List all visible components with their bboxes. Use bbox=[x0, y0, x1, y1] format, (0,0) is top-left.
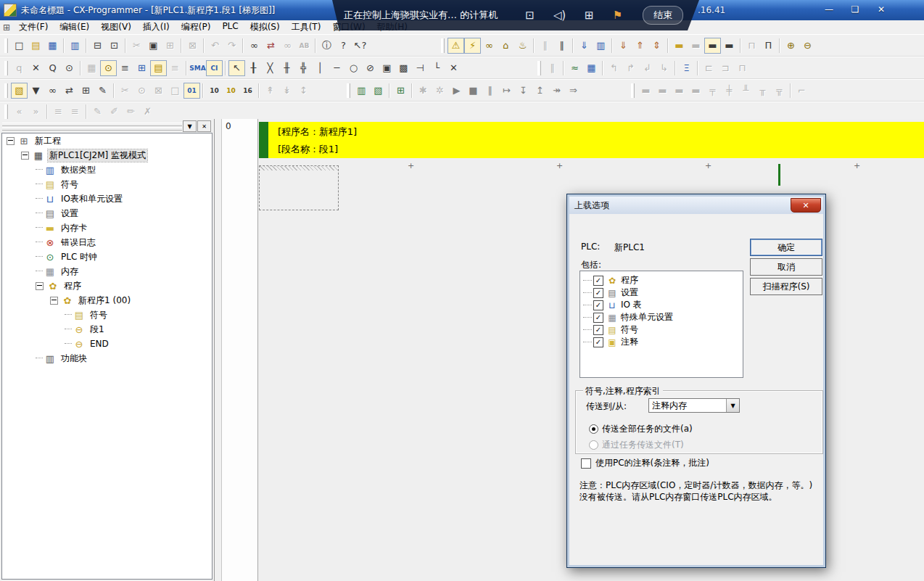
compare-with-plc-button[interactable]: ⇕ bbox=[648, 38, 665, 54]
online-edit-cancel-button[interactable]: ⊞ bbox=[392, 83, 409, 99]
instruction-button[interactable]: ▣ bbox=[379, 60, 395, 76]
ok-button[interactable]: 确定 bbox=[750, 239, 822, 256]
fullscreen-icon[interactable]: ⊡ bbox=[525, 9, 535, 22]
coil-button[interactable]: ○ bbox=[345, 60, 362, 76]
panel-splitter[interactable] bbox=[215, 119, 222, 581]
transfer-from-plc-button[interactable]: ⇑ bbox=[632, 38, 648, 54]
pin-icon[interactable]: ⚑ bbox=[613, 9, 622, 22]
zoom-fit-button[interactable]: ⊙ bbox=[61, 60, 78, 76]
io-comment-view-button[interactable]: □ bbox=[167, 83, 183, 99]
online-edit-send-button[interactable]: ▧ bbox=[370, 83, 387, 99]
fb-node-1-button[interactable]: ▬ bbox=[638, 83, 654, 99]
run-mode-button[interactable]: ▬ bbox=[721, 38, 738, 54]
sim-step-out-button[interactable]: ↥ bbox=[532, 83, 548, 99]
mark-pen-button[interactable]: ✎ bbox=[89, 104, 106, 120]
mark-clear-button[interactable]: ✗ bbox=[139, 104, 156, 120]
paste-button[interactable]: ⊞ bbox=[162, 38, 178, 54]
sim-pause-button[interactable]: ∥ bbox=[482, 83, 498, 99]
redo-button[interactable]: ↷ bbox=[223, 38, 240, 54]
copy-button[interactable]: ▣ bbox=[145, 38, 162, 54]
paste-special-button[interactable]: ⊠ bbox=[184, 38, 201, 54]
compact-rungs-button[interactable]: ≡ bbox=[67, 104, 83, 120]
transfer-view-button[interactable]: ▥ bbox=[593, 38, 609, 54]
tree-item[interactable]: ▤设置 bbox=[2, 206, 212, 221]
horizontal-line-button[interactable]: ─ bbox=[329, 60, 345, 76]
undo-button[interactable]: ↶ bbox=[207, 38, 223, 54]
hex-view-button[interactable]: 16 bbox=[239, 83, 256, 99]
decimal-view-button[interactable]: 10 bbox=[206, 83, 223, 99]
end-session-button[interactable]: 结束 bbox=[643, 6, 683, 25]
toggle-grid-button[interactable]: ▦ bbox=[83, 60, 100, 76]
include-checkbox[interactable]: ✓ bbox=[593, 300, 603, 310]
contact-nc-button[interactable]: ╳ bbox=[262, 60, 279, 76]
release-password-button[interactable]: ⊖ bbox=[799, 38, 816, 54]
set-value-button[interactable]: ↳ bbox=[656, 60, 672, 76]
about-button[interactable]: ⓘ bbox=[318, 38, 335, 54]
tree-item[interactable]: ▥数据类型 bbox=[2, 162, 212, 177]
force-on-button[interactable]: ↰ bbox=[606, 60, 622, 76]
replace-button[interactable]: ⇄ bbox=[263, 38, 279, 54]
vertical-line-button[interactable]: │ bbox=[312, 60, 329, 76]
sim-to-end-button[interactable]: ⇒ bbox=[565, 83, 582, 99]
symbol-comment-button[interactable]: ⊙ bbox=[133, 83, 150, 99]
include-item[interactable]: ✓▣注释 bbox=[580, 336, 743, 348]
align-middle-button[interactable]: ╪ bbox=[721, 83, 738, 99]
open-file-button[interactable]: ▤ bbox=[28, 38, 44, 54]
toggle-output-window-button[interactable]: ▼ bbox=[28, 83, 44, 99]
find-in-project-button[interactable]: ∞ bbox=[279, 38, 296, 54]
tree-item[interactable]: ✿程序 bbox=[2, 279, 212, 293]
include-checkbox[interactable]: ✓ bbox=[593, 313, 603, 323]
work-online-simulator-button[interactable]: ⚡ bbox=[464, 38, 481, 54]
menu-tools[interactable]: 工具(T) bbox=[286, 20, 327, 34]
scan-program-button[interactable]: 扫描程序(S) bbox=[750, 278, 822, 295]
signed-decimal-view-button[interactable]: 10 bbox=[223, 83, 239, 99]
transfer-to-plc-button[interactable]: ⇓ bbox=[615, 38, 632, 54]
help-button[interactable]: ? bbox=[335, 38, 352, 54]
tree-item[interactable]: ▦新PLC1[CJ2M] 监视模式 bbox=[2, 148, 212, 162]
pause-hand-button[interactable]: ✱ bbox=[415, 83, 432, 99]
ci-display-button[interactable]: CI bbox=[206, 60, 223, 76]
force-cancel-button[interactable]: ↲ bbox=[639, 60, 656, 76]
time-chart-button[interactable]: ▦ bbox=[583, 60, 600, 76]
menu-simulation[interactable]: 模拟(S) bbox=[244, 20, 286, 34]
include-item[interactable]: ✓▤设置 bbox=[580, 287, 743, 299]
cut-button[interactable]: ✂ bbox=[128, 38, 145, 54]
monitor-mode-button[interactable]: ▬ bbox=[704, 38, 721, 54]
debug-mode-button[interactable]: ▬ bbox=[688, 38, 704, 54]
cross-reference-button[interactable]: ⇄ bbox=[61, 83, 78, 99]
tree-item[interactable]: ▤符号 bbox=[2, 177, 212, 191]
transfer-by-task-radio[interactable] bbox=[589, 440, 598, 450]
menu-plc[interactable]: PLC bbox=[216, 20, 244, 34]
expander-minus-icon[interactable] bbox=[7, 137, 15, 145]
mdi-child-icon[interactable]: ⊞ bbox=[3, 22, 10, 33]
use-pc-comments-checkbox[interactable] bbox=[581, 458, 591, 469]
dialog-title-bar[interactable]: 上载选项 ✕ bbox=[569, 197, 823, 214]
menu-insert[interactable]: 插入(I) bbox=[137, 20, 176, 34]
zoom-in-button[interactable]: Q bbox=[44, 60, 61, 76]
network-online-button[interactable]: ♨ bbox=[514, 38, 531, 54]
online-edit-rungs-button[interactable]: ▥ bbox=[353, 83, 370, 99]
tree-item[interactable]: ✿新程序1 (00) bbox=[2, 293, 212, 308]
include-checkbox[interactable]: ✓ bbox=[593, 276, 603, 286]
contact-no-button[interactable]: ╂ bbox=[245, 60, 262, 76]
watch-symbols-button[interactable]: Ξ bbox=[678, 60, 695, 76]
line-connect-button[interactable]: └ bbox=[429, 60, 445, 76]
force-off-button[interactable]: ↱ bbox=[622, 60, 639, 76]
line-delete-button[interactable]: ✕ bbox=[445, 60, 462, 76]
tree-item[interactable]: ▤符号 bbox=[2, 308, 212, 322]
contact-or-nc-button[interactable]: ╬ bbox=[295, 60, 312, 76]
data-trace-button[interactable]: ≈ bbox=[566, 60, 583, 76]
properties-button[interactable]: ✎ bbox=[94, 83, 111, 99]
tree-item[interactable]: ▥功能块 bbox=[2, 351, 212, 366]
menu-view[interactable]: 视图(V) bbox=[95, 20, 137, 34]
sim-continuous-button[interactable]: ↠ bbox=[548, 83, 565, 99]
expander-minus-icon[interactable] bbox=[50, 297, 58, 305]
include-item[interactable]: ✓▤符号 bbox=[580, 324, 743, 336]
minimize-button[interactable]: — bbox=[820, 3, 838, 16]
expander-minus-icon[interactable] bbox=[36, 282, 44, 290]
distribute-h-button[interactable]: ╥ bbox=[754, 83, 771, 99]
instruction-nc-button[interactable]: ▩ bbox=[395, 60, 412, 76]
find-button[interactable]: ∞ bbox=[246, 38, 263, 54]
symbol-clipboard-button[interactable]: ⊠ bbox=[150, 83, 167, 99]
save-button[interactable]: ▦ bbox=[44, 38, 61, 54]
